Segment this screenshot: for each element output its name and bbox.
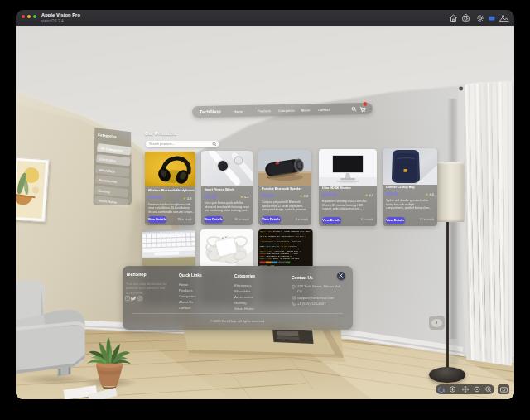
svg-text:aa@dev:~/app$ watch -n1 kubect: aa@dev:~/app$ watch -n1 kubectl get pods — [259, 258, 299, 260]
